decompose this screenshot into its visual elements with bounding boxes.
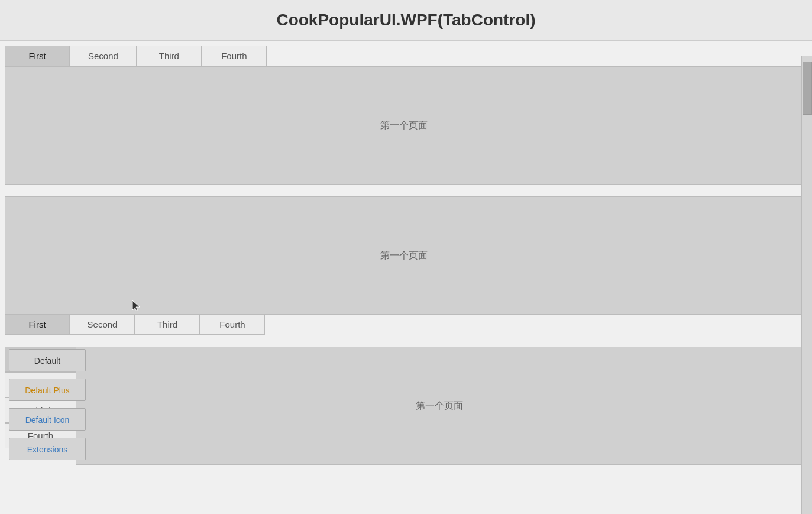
default-plus-button[interactable]: Default Plus: [9, 379, 86, 401]
scrollbar-track[interactable]: [801, 56, 812, 514]
tab-content-1: 第一个页面: [5, 66, 803, 185]
extensions-button[interactable]: Extensions: [9, 438, 86, 460]
tab-fourth-1[interactable]: Fourth: [202, 46, 267, 66]
tab-header-bottom-2: First Second Third Fourth: [5, 315, 803, 335]
tab-first-2[interactable]: First: [5, 315, 70, 335]
tab-control-3: First Second Third Fourth 第一个页面: [5, 347, 803, 465]
tab-second-2[interactable]: Second: [70, 315, 135, 335]
cursor-indicator: [132, 300, 142, 315]
page-title: CookPopularUI.WPF(TabControl): [0, 11, 812, 30]
tab-first-1[interactable]: First: [5, 46, 70, 66]
tab-content-2: 第一个页面: [5, 196, 803, 315]
main-content-area: First Second Third Fourth 第一个页面 第一个页面: [0, 41, 812, 514]
tab-third-2[interactable]: Third: [135, 315, 200, 335]
default-icon-button[interactable]: Default Icon: [9, 408, 86, 431]
title-bar: CookPopularUI.WPF(TabControl): [0, 0, 812, 41]
sidebar: Default Default Plus Default Icon Extens…: [0, 343, 95, 466]
tab-control-2: 第一个页面 First Second Third Fourth: [5, 196, 803, 335]
svg-marker-0: [132, 300, 140, 311]
scrollbar-thumb[interactable]: [803, 62, 812, 115]
tab-control-1: First Second Third Fourth 第一个页面: [5, 46, 803, 185]
tab-second-1[interactable]: Second: [70, 46, 137, 66]
tab-fourth-2[interactable]: Fourth: [200, 315, 265, 335]
tab-header-top-1: First Second Third Fourth: [5, 46, 803, 66]
default-button[interactable]: Default: [9, 349, 86, 371]
tab-third-1[interactable]: Third: [137, 46, 202, 66]
tab-content-3: 第一个页面: [76, 347, 803, 465]
